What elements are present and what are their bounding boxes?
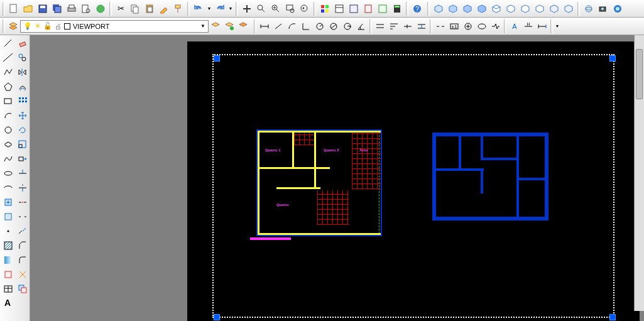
mirror-button[interactable]: [15, 65, 29, 79]
zoom-window-button[interactable]: [283, 2, 297, 16]
dim-baseline-button[interactable]: [387, 19, 401, 33]
pan-button[interactable]: [240, 2, 254, 16]
camera-button[interactable]: [596, 2, 610, 16]
grip-handle[interactable]: [254, 19, 256, 33]
view-right-button[interactable]: [533, 2, 547, 16]
cut-button[interactable]: ✂: [114, 2, 128, 16]
scrollbar-thumb[interactable]: [636, 49, 643, 99]
point-button[interactable]: [1, 224, 14, 237]
dim-angular-button[interactable]: [354, 19, 368, 33]
help-button[interactable]: ?: [410, 2, 424, 16]
paste-button[interactable]: [143, 2, 156, 16]
zoom-previous-button[interactable]: [298, 2, 312, 16]
array-button[interactable]: [15, 94, 29, 107]
erase-button[interactable]: [15, 36, 29, 50]
dim-break-button[interactable]: [434, 19, 447, 33]
redo-button[interactable]: [213, 2, 227, 16]
dim-diameter-button[interactable]: [327, 19, 341, 33]
dim-quick-button[interactable]: [373, 19, 387, 33]
layer-dropdown[interactable]: 💡 ☀ 🔓 🖨 VIEWPORT ▼: [20, 20, 209, 33]
dim-inspect-button[interactable]: [475, 19, 489, 33]
explode-button[interactable]: [15, 267, 29, 281]
hatch-button[interactable]: [1, 238, 14, 252]
print-preview-button[interactable]: [79, 2, 93, 16]
mtext-button[interactable]: A: [1, 296, 14, 310]
viewport-grip-bl[interactable]: [214, 314, 220, 320]
copy-button[interactable]: [128, 2, 142, 16]
xline-button[interactable]: [1, 50, 14, 64]
view-top-button[interactable]: [489, 2, 503, 16]
iso-se-button[interactable]: [446, 2, 460, 16]
new-file-button[interactable]: [7, 2, 21, 16]
dim-arc-button[interactable]: [285, 19, 299, 33]
3d-orbit-button[interactable]: [582, 2, 596, 16]
zoom-in-button[interactable]: [269, 2, 283, 16]
copy-obj-button[interactable]: [15, 50, 29, 64]
dim-edit-button[interactable]: A: [508, 19, 521, 33]
dim-ordinate-button[interactable]: [299, 19, 313, 33]
publish-button[interactable]: [94, 2, 107, 16]
redo-dropdown[interactable]: ▼: [227, 2, 234, 16]
view-front-button[interactable]: [547, 2, 561, 16]
fillet-button[interactable]: [15, 253, 29, 266]
dim-radius-button[interactable]: [313, 19, 327, 33]
match-props-button[interactable]: [157, 2, 171, 16]
insert-block-button[interactable]: [1, 195, 14, 209]
layer-iso-button[interactable]: [236, 19, 250, 33]
dim-continue-button[interactable]: [401, 19, 415, 33]
polyline-button[interactable]: [1, 65, 14, 79]
grip-handle[interactable]: [3, 2, 5, 16]
dim-center-button[interactable]: [461, 19, 475, 33]
join-button[interactable]: [15, 224, 29, 237]
grip-handle[interactable]: [3, 19, 5, 33]
dim-space-button[interactable]: [415, 19, 428, 33]
vertical-scrollbar[interactable]: [634, 35, 644, 311]
view-back-button[interactable]: [562, 2, 576, 16]
print-button[interactable]: [65, 2, 79, 16]
break-button[interactable]: [15, 209, 29, 223]
spline-button[interactable]: [1, 151, 14, 165]
undo-button[interactable]: [192, 2, 205, 16]
design-center-button[interactable]: [332, 2, 346, 16]
drawing-area[interactable]: Quarto 1 Quarto 2 Área Quarto: [30, 35, 644, 321]
break-at-button[interactable]: [15, 195, 29, 209]
open-file-button[interactable]: [21, 2, 35, 16]
viewport-grip-br[interactable]: [609, 314, 616, 320]
circle-button[interactable]: [1, 122, 14, 136]
stretch-button[interactable]: [15, 151, 29, 165]
iso-sw-button[interactable]: [432, 2, 445, 16]
grip-handle[interactable]: [427, 2, 430, 16]
move-button[interactable]: [15, 108, 29, 122]
layer-states-button[interactable]: [222, 19, 236, 33]
tool-palettes-button[interactable]: [347, 2, 361, 16]
polygon-button[interactable]: [1, 79, 14, 93]
view-left-button[interactable]: [518, 2, 532, 16]
table-button[interactable]: [1, 281, 14, 295]
make-block-button[interactable]: [1, 209, 14, 223]
trim-button[interactable]: [15, 166, 29, 180]
dim-jogged-button[interactable]: [341, 19, 354, 33]
ellipse-arc-button[interactable]: [1, 180, 14, 194]
rotate-button[interactable]: [15, 122, 29, 136]
dim-aligned-button[interactable]: [271, 19, 285, 33]
sheet-set-button[interactable]: [361, 2, 375, 16]
rectangle-button[interactable]: [1, 94, 14, 107]
extend-button[interactable]: [15, 180, 29, 194]
dim-linear-button[interactable]: [258, 19, 271, 33]
view-bottom-button[interactable]: [504, 2, 518, 16]
save-file-button[interactable]: [36, 2, 50, 16]
layer-manager-button[interactable]: [6, 19, 20, 33]
markup-button[interactable]: [376, 2, 390, 16]
dim-jogline-button[interactable]: [489, 19, 503, 33]
dim-tolerance-button[interactable]: ±1: [447, 19, 461, 33]
save-all-button[interactable]: [50, 2, 64, 16]
line-button[interactable]: [1, 36, 14, 50]
gradient-button[interactable]: [1, 253, 14, 266]
viewport-grip-tr[interactable]: [609, 55, 616, 62]
region-button[interactable]: [1, 267, 14, 281]
properties-button[interactable]: [318, 2, 332, 16]
iso-nw-button[interactable]: [475, 2, 489, 16]
undo-dropdown[interactable]: ▼: [206, 2, 212, 16]
layer-previous-button[interactable]: [209, 19, 222, 33]
zoom-realtime-button[interactable]: [254, 2, 268, 16]
